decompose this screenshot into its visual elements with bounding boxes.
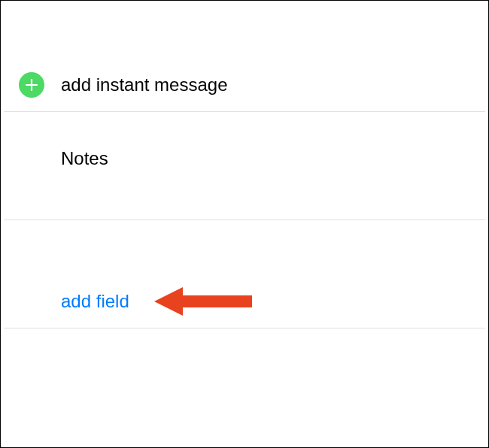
add-instant-message-row[interactable]: add instant message [4, 58, 485, 112]
add-instant-message-label: add instant message [61, 74, 227, 95]
contact-edit-form: add instant message Notes add field [4, 4, 485, 444]
notes-label: Notes [61, 148, 108, 169]
add-field-label: add field [61, 291, 129, 312]
plus-icon [19, 72, 44, 98]
spacer [4, 220, 485, 274]
notes-row[interactable]: Notes [4, 112, 485, 220]
svg-marker-0 [154, 287, 252, 316]
arrow-annotation [154, 283, 260, 320]
add-field-row[interactable]: add field [4, 274, 485, 328]
